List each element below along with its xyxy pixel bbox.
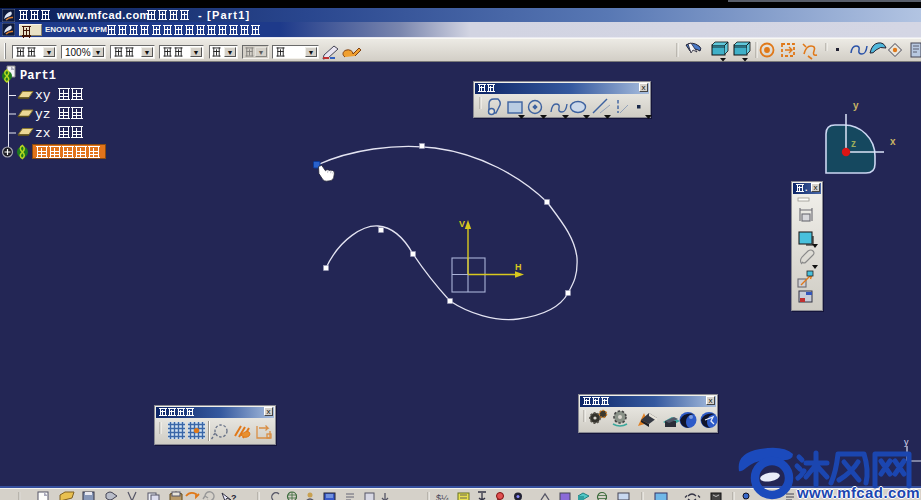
svg-text:z: z [851,138,856,149]
svg-text:H: H [515,262,522,272]
svg-text:y: y [904,437,909,447]
svg-text:V: V [459,219,465,229]
svg-text:y: y [853,100,859,111]
svg-text:x: x [890,136,896,147]
